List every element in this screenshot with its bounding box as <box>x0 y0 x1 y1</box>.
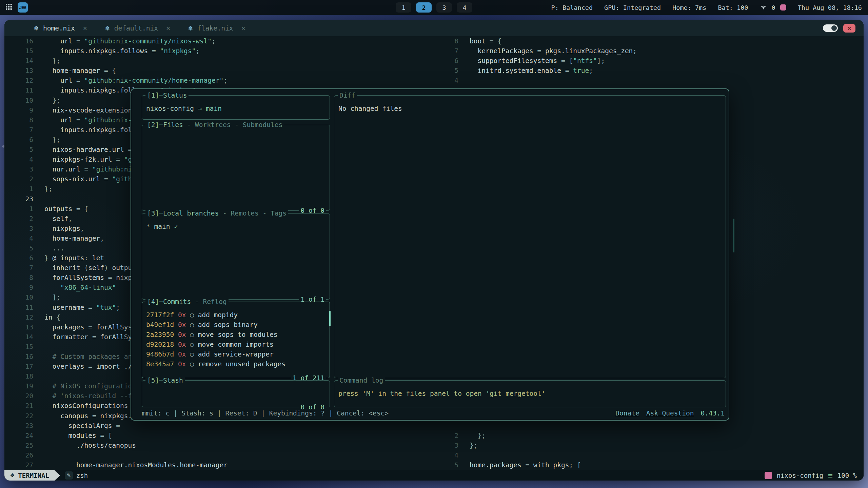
code-row: 8boot = { <box>443 36 501 46</box>
repo-name: nixos-config <box>146 105 194 113</box>
ask-question-link[interactable]: Ask Question <box>646 408 694 418</box>
line-number: 3 <box>4 164 33 174</box>
notification-count[interactable]: 0 <box>772 4 775 11</box>
lazygit-diff-panel[interactable]: Diff No changed files <box>334 95 726 378</box>
line-number: 5 <box>443 66 458 76</box>
code-row: 7 kernelPackages = pkgs.linuxPackages_ze… <box>443 46 637 56</box>
code-row: 5home.packages = with pkgs; [ <box>443 460 581 470</box>
line-number: 5 <box>4 243 33 253</box>
commit-row[interactable]: 8e345a7 0x ○ remove unused packages <box>146 359 327 369</box>
line-number: 14 <box>4 332 33 342</box>
lazygit-status-panel[interactable]: [1]─Status nixos-config → main <box>142 95 330 120</box>
close-window-button[interactable]: × <box>843 24 855 33</box>
color-picker-icon[interactable] <box>780 4 786 11</box>
line-number: 20 <box>4 391 33 401</box>
line-number: 7 <box>4 125 33 135</box>
line-number: 10 <box>4 96 33 105</box>
line-number: 11 <box>4 303 33 312</box>
powerline-separator <box>55 470 60 481</box>
line-number: 17 <box>4 362 33 371</box>
line-number: 13 <box>4 66 33 76</box>
lazygit-popup: [1]─Status nixos-config → main [2]─Files… <box>131 88 729 421</box>
lazygit-command-log-panel[interactable]: Command log press 'M' in the files panel… <box>334 380 726 407</box>
terminal-window: ❄ home.nix × ❄ default.nix × ❄ flake.nix… <box>4 20 864 481</box>
line-number: 6 <box>4 253 33 263</box>
tab-title: flake.nix <box>197 24 233 32</box>
line-number: 24 <box>4 431 33 441</box>
line-number: 21 <box>4 401 33 411</box>
line-number: 6 <box>443 56 458 66</box>
scrollbar-thumb[interactable] <box>733 219 734 252</box>
lazygit-files-panel[interactable]: [2]─Files - Worktrees - Submodules 0 of … <box>142 125 330 211</box>
wifi-icon[interactable] <box>760 3 767 12</box>
line-number: 18 <box>4 371 33 381</box>
line-number: 26 <box>4 450 33 460</box>
panel-title: [1]─Status <box>145 90 189 100</box>
line-number: 8 <box>4 115 33 125</box>
line-number: 13 <box>4 322 33 332</box>
workspaces: 1 2 3 4 <box>396 0 472 15</box>
code-row: 5 initrd.systemd.enable = true; <box>443 66 593 76</box>
top-bar: JW 1 2 3 4 P: Balanced GPU: Integrated H… <box>0 0 868 15</box>
line-number: 7 <box>443 46 458 56</box>
commit-row[interactable]: d920218 0x ○ move common imports <box>146 340 327 349</box>
workspace-4[interactable]: 4 <box>457 2 472 13</box>
nixos-icon: ❄ <box>105 24 110 32</box>
workspace-1[interactable]: 1 <box>396 2 411 13</box>
tab-flake-nix[interactable]: ❄ flake.nix × <box>179 20 254 36</box>
session-name: nixos-config <box>777 472 823 479</box>
tab-home-nix[interactable]: ❄ home.nix × <box>25 20 96 36</box>
line-number: 11 <box>4 85 33 95</box>
close-tab-icon[interactable]: × <box>83 24 87 32</box>
line-number: 4 <box>443 450 458 460</box>
clock-module: Thu Aug 08, 18:16 <box>798 4 862 11</box>
line-number: 12 <box>4 312 33 322</box>
commit-list: 2717f2f 0x ○ add mopidyb49ef1d 0x ○ add … <box>146 310 327 377</box>
power-profile-module: P: Balanced <box>551 4 593 11</box>
workspace-3[interactable]: 3 <box>436 2 452 13</box>
lazygit-stash-panel[interactable]: [5]─Stash 0 of 0 <box>142 380 330 407</box>
edit-icon: ✎ <box>65 471 73 480</box>
panel-title: Command log <box>338 375 385 385</box>
commit-row[interactable]: 2a23950 0x ○ move sops to modules <box>146 330 327 340</box>
tab-default-nix[interactable]: ❄ default.nix × <box>96 20 179 36</box>
line-number: 8 <box>443 36 458 46</box>
line-number: 14 <box>4 56 33 66</box>
commit-row[interactable]: 2717f2f 0x ○ add mopidy <box>146 310 327 320</box>
lazygit-branches-panel[interactable]: [3]─Local branches - Remotes - Tags * ma… <box>142 213 330 300</box>
line-number: 2 <box>4 174 33 184</box>
close-tab-icon[interactable]: × <box>241 24 245 32</box>
app-launcher-icon[interactable] <box>5 3 12 12</box>
line-number: 23 <box>4 194 33 204</box>
editor[interactable]: 16 url = "github:nix-community/nixos-wsl… <box>4 36 864 470</box>
commit-row[interactable]: b49ef1d 0x ○ add sops binary <box>146 320 327 330</box>
window-toggle[interactable] <box>823 24 838 32</box>
current-branch: → main <box>198 105 222 113</box>
line-number: 3 <box>4 224 33 233</box>
line-number: 6 <box>4 135 33 145</box>
line-number: 25 <box>4 441 33 450</box>
workspace-2[interactable]: 2 <box>416 2 432 13</box>
close-tab-icon[interactable]: × <box>166 24 170 32</box>
line-number: 8 <box>4 273 33 283</box>
line-number: 4 <box>4 155 33 164</box>
commit-row[interactable]: 9486b7d 0x ○ add service-wrapper <box>146 349 327 359</box>
toggle-knob <box>831 25 837 31</box>
gpu-module: GPU: Integrated <box>604 4 661 11</box>
mode-indicator: ❖ TERMINAL <box>4 470 55 481</box>
donate-link[interactable]: Donate <box>615 408 639 418</box>
line-number: 12 <box>4 76 33 85</box>
lazygit-commits-panel[interactable]: [4]─Commits - Reflog 2717f2f 0x ○ add mo… <box>142 302 330 378</box>
line-number: 16 <box>4 36 33 46</box>
tab-title: default.nix <box>114 24 158 32</box>
commits-scrollbar-thumb[interactable] <box>329 311 331 326</box>
logo-badge[interactable]: JW <box>18 2 28 13</box>
line-number: 23 <box>4 421 33 431</box>
lazygit-version: 0.43.1 <box>701 408 725 418</box>
branch-row[interactable]: * main <box>146 223 170 230</box>
desktop: JW 1 2 3 4 P: Balanced GPU: Integrated H… <box>0 0 868 488</box>
line-number: 10 <box>4 292 33 302</box>
list-icon: ≡ <box>828 471 833 480</box>
tab-bar: ❄ home.nix × ❄ default.nix × ❄ flake.nix… <box>4 20 864 36</box>
line-number: 4 <box>4 233 33 243</box>
